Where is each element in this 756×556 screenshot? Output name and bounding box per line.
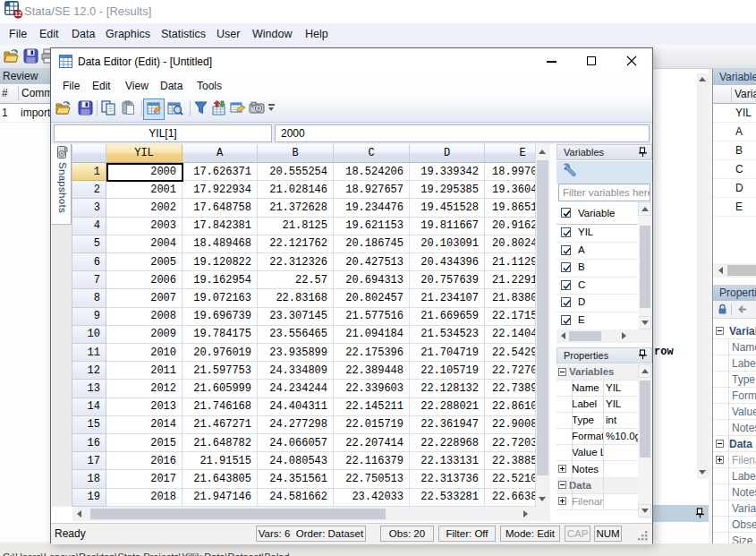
svg-text:12: 12 (14, 11, 21, 17)
